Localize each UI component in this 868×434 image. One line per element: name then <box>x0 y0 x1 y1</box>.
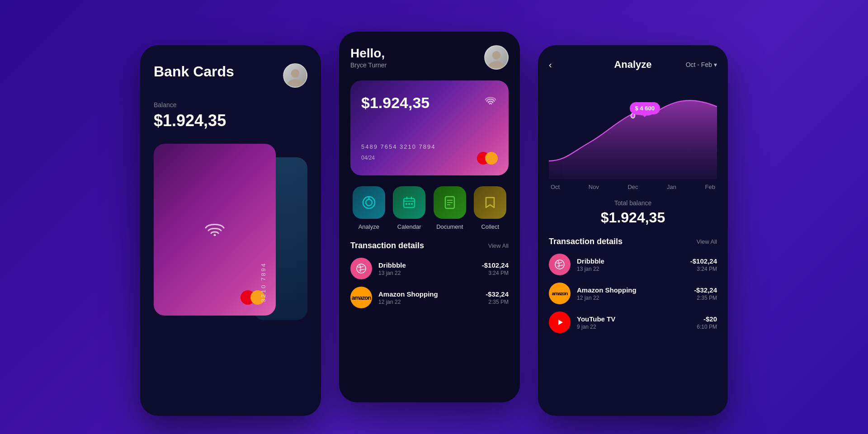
center-avatar[interactable] <box>484 45 509 70</box>
chevron-down-icon: ▾ <box>714 61 717 68</box>
calendar-label: Calendar <box>397 223 421 230</box>
tx-time: 3:24 PM <box>690 266 717 272</box>
greeting-text: Hello, <box>350 46 387 61</box>
svg-rect-12 <box>406 203 407 205</box>
card-main[interactable]: 3210 7894 <box>154 144 276 316</box>
card-number-vertical: 3210 7894 <box>260 262 267 302</box>
analyze-icon <box>353 186 385 219</box>
tx-name: Amazon Shopping <box>577 286 688 294</box>
action-analyze[interactable]: Analyze <box>350 186 387 230</box>
table-row[interactable]: YouTube TV 9 jan 22 -$20 6:10 PM <box>549 311 717 333</box>
svg-point-19 <box>357 264 366 273</box>
table-row[interactable]: amazon Amazon Shopping 12 jan 22 -$32,24… <box>350 287 509 308</box>
svg-rect-14 <box>411 203 413 205</box>
document-icon <box>434 186 466 219</box>
card-expiry: 04/24 <box>361 155 375 161</box>
view-all-right[interactable]: View All <box>697 238 717 245</box>
transaction-list-right: Dribbble 13 jan 22 -$102,24 3:24 PM amaz… <box>549 254 717 333</box>
amazon-logo: amazon <box>350 287 372 308</box>
tx-amount: -$20 <box>697 315 717 323</box>
total-balance-label: Total balance <box>549 199 717 207</box>
back-button[interactable]: ‹ <box>549 60 552 70</box>
youtube-logo-right <box>549 311 571 333</box>
amazon-logo-right: amazon <box>549 283 571 304</box>
svg-marker-22 <box>558 320 563 325</box>
tx-time: 2:35 PM <box>486 299 509 305</box>
table-row[interactable]: Dribbble 13 jan 22 -$102,24 3:24 PM <box>350 258 509 279</box>
tx-name: YouTube TV <box>577 315 690 323</box>
tx-name: Amazon Shopping <box>378 290 479 298</box>
collect-icon <box>474 186 506 219</box>
action-collect[interactable]: Collect <box>472 186 509 230</box>
nfc-icon <box>483 94 498 112</box>
tx-date: 13 jan 22 <box>378 270 476 276</box>
tx-date: 9 jan 22 <box>577 324 690 330</box>
payment-card[interactable]: $1.924,35 5489 7654 3210 7894 04/24 <box>350 80 509 175</box>
transaction-list-center: Dribbble 13 jan 22 -$102,24 3:24 PM amaz… <box>350 258 509 308</box>
tx-time: 6:10 PM <box>697 324 717 330</box>
svg-point-1 <box>288 79 302 87</box>
total-balance-amount: $1.924,35 <box>549 209 717 226</box>
wifi-icon <box>204 220 226 240</box>
month-feb: Feb <box>705 184 715 190</box>
mastercard-logo-center <box>477 152 498 165</box>
right-transactions-title: Transaction details <box>549 237 623 246</box>
svg-point-21 <box>555 260 564 269</box>
center-phone: Hello, Bryce Turner $1.924,35 54 <box>339 32 520 402</box>
view-all-center[interactable]: View All <box>488 242 509 249</box>
dribbble-logo-right <box>549 254 571 275</box>
bank-cards-title: Bank Cards <box>154 63 234 80</box>
tx-amount: -$32,24 <box>486 290 509 298</box>
document-label: Document <box>436 223 463 230</box>
avatar[interactable] <box>283 63 307 88</box>
tx-name: Dribbble <box>378 261 476 269</box>
date-range[interactable]: Oct - Feb ▾ <box>686 61 717 68</box>
svg-point-2 <box>214 234 216 236</box>
analyze-title: Analyze <box>614 59 651 71</box>
dribbble-logo <box>350 258 372 279</box>
card-balance: $1.924,35 <box>361 94 498 112</box>
tx-name: Dribbble <box>577 257 684 265</box>
svg-rect-13 <box>408 203 410 205</box>
calendar-icon <box>393 186 425 219</box>
tx-time: 2:35 PM <box>694 295 717 301</box>
svg-point-3 <box>492 51 501 60</box>
chart-tooltip: $ 4 600 <box>630 102 660 114</box>
tx-amount: -$32,24 <box>694 286 717 294</box>
analyze-header: ‹ Analyze Oct - Feb ▾ <box>549 59 717 71</box>
analyze-phone: ‹ Analyze Oct - Feb ▾ $ 4 600 <box>538 45 728 416</box>
quick-actions: Analyze Calendar <box>350 186 509 230</box>
svg-point-4 <box>489 61 504 69</box>
chart-months: Oct Nov Dec Jan Feb <box>549 184 717 190</box>
tx-date: 12 jan 22 <box>577 295 688 301</box>
svg-point-0 <box>291 69 300 78</box>
action-document[interactable]: Document <box>431 186 468 230</box>
month-jan: Jan <box>667 184 676 190</box>
action-calendar[interactable]: Calendar <box>391 186 428 230</box>
table-row[interactable]: amazon Amazon Shopping 12 jan 22 -$32,24… <box>549 283 717 304</box>
tx-date: 13 jan 22 <box>577 266 684 272</box>
bank-cards-phone: Bank Cards Balance $1.924,35 <box>140 45 321 416</box>
user-name: Bryce Turner <box>350 61 387 69</box>
tx-date: 12 jan 22 <box>378 299 479 305</box>
tx-amount: -$102,24 <box>482 261 509 269</box>
month-oct: Oct <box>551 184 560 190</box>
table-row[interactable]: Dribbble 13 jan 22 -$102,24 3:24 PM <box>549 254 717 275</box>
transactions-title: Transaction details <box>350 241 424 250</box>
tx-time: 3:24 PM <box>482 270 509 276</box>
month-dec: Dec <box>627 184 638 190</box>
card-number: 5489 7654 3210 7894 <box>361 143 436 150</box>
spending-chart: $ 4 600 <box>549 80 717 179</box>
tx-amount: -$102,24 <box>690 257 717 265</box>
svg-point-6 <box>366 199 372 206</box>
collect-label: Collect <box>481 223 499 230</box>
analyze-label: Analyze <box>359 223 379 230</box>
balance-amount: $1.924,35 <box>154 111 307 130</box>
month-nov: Nov <box>589 184 599 190</box>
balance-label: Balance <box>154 101 307 108</box>
